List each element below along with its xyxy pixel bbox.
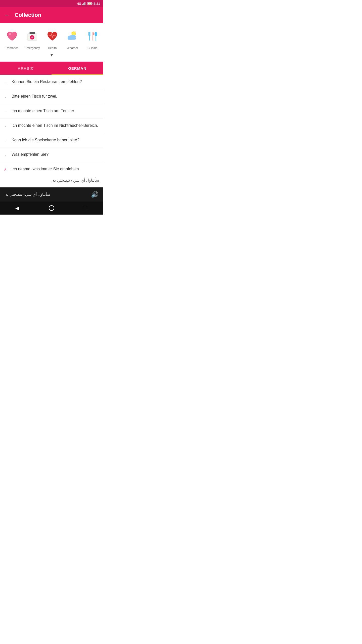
- emergency-label: Emergency: [25, 46, 40, 50]
- svg-rect-0: [82, 4, 83, 5]
- phrase-row-3[interactable]: ⌄ Ich möchte einen Tisch am Fenster.: [0, 104, 103, 118]
- phrase-row-1[interactable]: ⌄ Können Sie ein Restaurant empfehlen?: [0, 75, 103, 89]
- phrase-item-4: ⌄ Ich möchte einen Tisch im Nichtraucher…: [0, 118, 103, 133]
- phrase-item-6: ⌄ Was empfehlen Sie?: [0, 147, 103, 162]
- phrase-text-1: Können Sie ein Restaurant empfehlen?: [12, 79, 82, 85]
- signal-icon: [82, 2, 86, 5]
- recent-nav-icon: [84, 206, 88, 210]
- romance-icon-wrap: [4, 28, 21, 45]
- svg-point-14: [72, 32, 75, 35]
- health-icon-wrap: [44, 28, 61, 45]
- category-item-health[interactable]: Health: [43, 28, 61, 50]
- cuisine-label: Cuisine: [87, 46, 98, 50]
- phrase-text-5: Kann ich die Speisekarte haben bitte?: [12, 138, 79, 143]
- category-scroll: Romance + Emergency Health: [0, 28, 103, 50]
- chevron-icon-6: ⌄: [4, 153, 9, 157]
- emergency-icon-wrap: +: [24, 28, 41, 45]
- category-section: Romance + Emergency Health: [0, 23, 103, 62]
- svg-rect-20: [68, 37, 76, 40]
- bottom-bar: سأتناول أي شيء تنصحني به. 🔊: [0, 187, 103, 202]
- phrase-translation-7: سأتناول أي شيء تنصحني به.: [0, 176, 103, 187]
- cuisine-icon-wrap: [84, 28, 101, 45]
- weather-icon-wrap: ★ ★: [64, 28, 81, 45]
- tab-german[interactable]: GERMAN: [52, 62, 103, 75]
- phrase-list: ⌄ Können Sie ein Restaurant empfehlen? ⌄…: [0, 75, 103, 187]
- phrase-item-3: ⌄ Ich möchte einen Tisch am Fenster.: [0, 104, 103, 118]
- svg-rect-2: [84, 2, 85, 5]
- romance-icon: [6, 30, 19, 43]
- svg-point-26: [95, 32, 97, 36]
- phrase-item-1: ⌄ Können Sie ein Restaurant empfehlen?: [0, 75, 103, 89]
- chevron-icon-7: ∧: [4, 167, 9, 171]
- category-item-weather[interactable]: ★ ★ Weather: [63, 28, 81, 50]
- recent-nav-button[interactable]: [81, 203, 91, 213]
- expand-toggle[interactable]: ▾: [0, 50, 103, 59]
- svg-text:★: ★: [71, 32, 73, 33]
- svg-rect-1: [83, 3, 84, 5]
- back-nav-button[interactable]: ◀: [12, 203, 22, 213]
- category-item-cuisine[interactable]: Cuisine: [83, 28, 102, 50]
- svg-text:★: ★: [75, 31, 76, 32]
- chevron-icon-3: ⌄: [4, 109, 9, 113]
- svg-rect-10: [30, 32, 35, 34]
- phrase-row-5[interactable]: ⌄ Kann ich die Speisekarte haben bitte?: [0, 133, 103, 147]
- svg-text:⚡: ⚡: [88, 3, 91, 5]
- category-item-emergency[interactable]: + Emergency: [23, 28, 41, 50]
- network-indicator: 4G: [77, 2, 81, 6]
- nav-bar: ◀: [0, 202, 103, 215]
- tab-arabic[interactable]: ARABIC: [0, 62, 52, 75]
- home-nav-icon: [49, 205, 54, 211]
- svg-rect-24: [93, 32, 93, 41]
- home-nav-button[interactable]: [47, 203, 57, 213]
- bottom-arabic-text: سأتناول أي شيء تنصحني به.: [5, 192, 50, 197]
- svg-rect-5: [92, 3, 92, 4]
- svg-point-8: [9, 33, 11, 35]
- phrase-text-6: Was empfehlen Sie?: [12, 152, 49, 157]
- status-bar: 4G ⚡ 8:21: [0, 0, 103, 7]
- phrase-item-2: ⌄ Bitte einen Tisch für zwei.: [0, 89, 103, 104]
- phrase-text-3: Ich möchte einen Tisch am Fenster.: [12, 108, 75, 114]
- romance-label: Romance: [6, 46, 18, 50]
- battery-icon: ⚡: [87, 2, 93, 5]
- weather-icon: ★ ★: [66, 30, 79, 43]
- category-item-romance[interactable]: Romance: [3, 28, 21, 50]
- phrase-text-2: Bitte einen Tisch für zwei.: [12, 94, 57, 99]
- cuisine-icon: [86, 30, 99, 43]
- svg-rect-23: [90, 32, 90, 35]
- weather-label: Weather: [67, 46, 78, 50]
- svg-rect-22: [88, 32, 89, 35]
- emergency-icon: +: [26, 30, 39, 43]
- chevron-icon-2: ⌄: [4, 95, 9, 99]
- svg-rect-25: [96, 36, 96, 41]
- health-icon: [46, 30, 59, 43]
- chevron-icon-4: ⌄: [4, 124, 9, 128]
- phrase-text-4: Ich möchte einen Tisch im Nichtraucher-B…: [12, 123, 98, 128]
- page-title: Collection: [15, 12, 41, 18]
- svg-rect-3: [85, 2, 86, 5]
- phrase-row-7[interactable]: ∧ Ich nehme, was immer Sie empfehlen.: [0, 162, 103, 176]
- phrase-item-7: ∧ Ich nehme, was immer Sie empfehlen. سأ…: [0, 162, 103, 187]
- back-nav-icon: ◀: [15, 205, 19, 211]
- phrase-text-7: Ich nehme, was immer Sie empfehlen.: [12, 167, 80, 172]
- phrase-row-4[interactable]: ⌄ Ich möchte einen Tisch im Nichtraucher…: [0, 118, 103, 133]
- app-header: ← Collection: [0, 7, 103, 23]
- chevron-icon-1: ⌄: [4, 80, 9, 84]
- phrase-row-6[interactable]: ⌄ Was empfehlen Sie?: [0, 147, 103, 162]
- language-tabs: ARABIC GERMAN: [0, 62, 103, 75]
- health-label: Health: [48, 46, 57, 50]
- chevron-icon-5: ⌄: [4, 138, 9, 142]
- status-icons: 4G ⚡ 8:21: [77, 2, 100, 6]
- svg-text:+: +: [31, 35, 33, 39]
- chevron-down-icon: ▾: [51, 52, 53, 58]
- back-button[interactable]: ←: [5, 12, 10, 18]
- phrase-row-2[interactable]: ⌄ Bitte einen Tisch für zwei.: [0, 89, 103, 104]
- phrase-item-5: ⌄ Kann ich die Speisekarte haben bitte?: [0, 133, 103, 148]
- time-display: 8:21: [94, 2, 100, 6]
- speaker-button[interactable]: 🔊: [91, 191, 99, 198]
